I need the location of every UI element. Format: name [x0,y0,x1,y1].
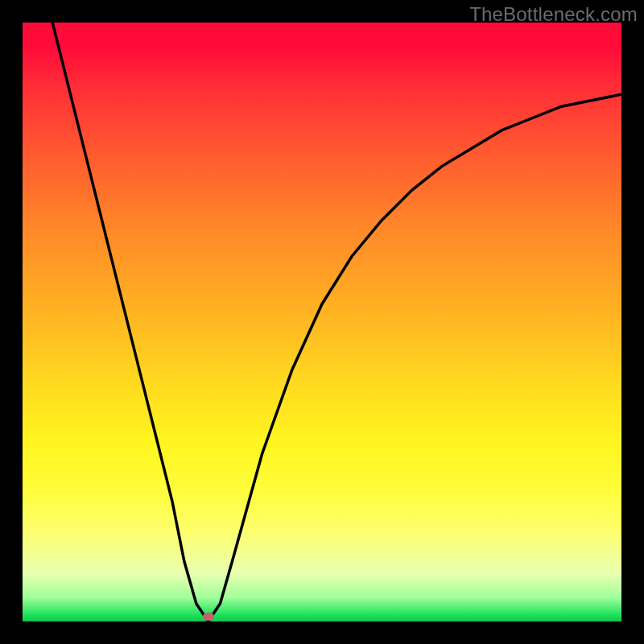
plot-area [23,23,621,621]
chart-frame: TheBottleneck.com [0,0,644,644]
watermark-label: TheBottleneck.com [469,3,638,26]
bottleneck-curve [23,23,621,621]
optimal-marker [203,613,214,621]
curve-path [52,23,621,621]
